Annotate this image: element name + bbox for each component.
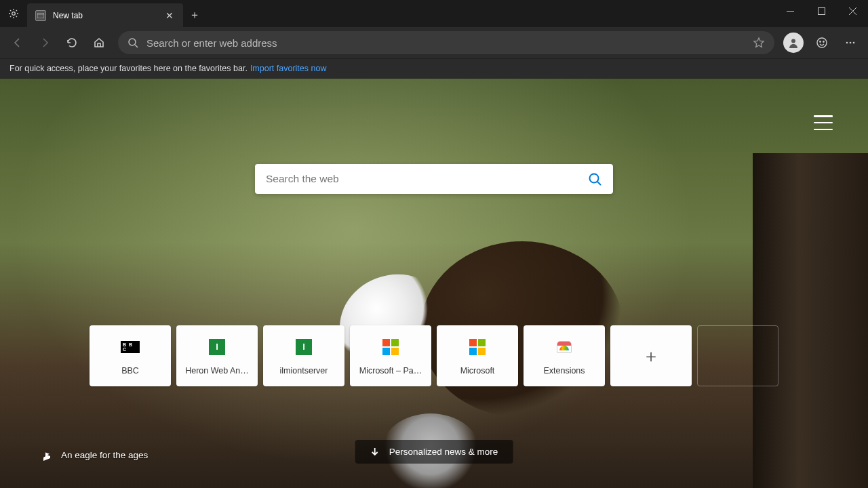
forward-button[interactable]	[33, 30, 57, 55]
maximize-button[interactable]	[806, 0, 837, 22]
quick-link-tile[interactable]: B B CBBC	[90, 325, 171, 386]
tile-icon: I	[208, 338, 226, 357]
quick-link-tile[interactable]: Extensions	[524, 325, 605, 386]
tile-label: BBC	[121, 366, 139, 375]
personalized-news-button[interactable]: Personalized news & more	[355, 440, 513, 464]
toolbar	[0, 27, 868, 58]
quick-link-tile[interactable]: Microsoft – Pa…	[350, 325, 431, 386]
quick-link-tile[interactable]: Iilmiontserver	[263, 325, 344, 386]
search-icon	[127, 37, 138, 48]
close-button[interactable]	[837, 0, 868, 22]
titlebar: New tab ✕ ＋	[0, 0, 868, 27]
back-button[interactable]	[5, 30, 30, 55]
bing-icon	[42, 449, 52, 461]
tile-icon	[468, 338, 487, 357]
addressbar-input[interactable]	[146, 37, 745, 49]
browser-tab[interactable]: New tab ✕	[27, 3, 183, 27]
svg-point-14	[850, 42, 852, 44]
tile-icon: B B C	[121, 338, 140, 357]
svg-point-12	[823, 41, 824, 42]
tab-close-button[interactable]: ✕	[164, 10, 175, 21]
arrow-down-icon	[370, 447, 380, 457]
feedback-button[interactable]	[810, 30, 834, 55]
tile-label: Extensions	[543, 366, 585, 375]
tile-label: Microsoft – Pa…	[359, 366, 422, 375]
news-button-label: Personalized news & more	[389, 447, 498, 457]
tile-icon	[381, 338, 400, 357]
profile-button[interactable]	[781, 30, 806, 55]
empty-tile-slot	[697, 325, 778, 386]
svg-point-10	[817, 38, 827, 47]
window-settings-icon[interactable]	[0, 0, 27, 27]
home-button[interactable]	[87, 30, 111, 55]
tile-icon: I	[294, 338, 313, 357]
tab-title: New tab	[53, 11, 157, 20]
tile-label: Heron Web An…	[185, 366, 249, 375]
menu-button[interactable]	[838, 30, 863, 55]
background-image	[0, 79, 868, 488]
svg-point-15	[853, 42, 855, 44]
search-icon[interactable]	[587, 171, 602, 186]
svg-point-9	[791, 39, 795, 43]
tab-favicon-icon	[35, 10, 46, 21]
svg-point-16	[590, 174, 599, 183]
svg-rect-1	[37, 13, 44, 18]
image-caption[interactable]: An eagle for the ages	[42, 449, 148, 461]
svg-point-7	[129, 39, 136, 45]
tile-label: ilmiontserver	[280, 366, 328, 375]
web-search-box[interactable]	[255, 164, 613, 194]
svg-point-13	[846, 42, 848, 44]
tile-icon	[555, 338, 574, 357]
svg-point-0	[12, 12, 16, 16]
tile-label: Microsoft	[460, 366, 495, 375]
new-tab-page: B B CBBCIHeron Web An…IilmiontserverMicr…	[0, 79, 868, 488]
image-caption-text: An eagle for the ages	[61, 450, 148, 460]
quick-link-tile[interactable]: IHeron Web An…	[176, 325, 258, 386]
add-tile-button[interactable]: ＋	[610, 325, 692, 386]
refresh-button[interactable]	[60, 30, 84, 55]
quick-link-tile[interactable]: Microsoft	[437, 325, 518, 386]
minimize-button[interactable]	[774, 0, 806, 22]
page-settings-button[interactable]	[814, 115, 833, 130]
svg-rect-4	[818, 7, 825, 14]
window-controls	[774, 0, 868, 27]
favorite-star-icon[interactable]	[753, 37, 765, 49]
svg-line-8	[135, 45, 138, 47]
favorites-bar: For quick access, place your favorites h…	[0, 58, 868, 79]
svg-point-11	[820, 41, 821, 42]
favorites-bar-text: For quick access, place your favorites h…	[9, 64, 248, 73]
web-search-input[interactable]	[266, 173, 587, 185]
quick-links: B B CBBCIHeron Web An…IilmiontserverMicr…	[90, 325, 778, 386]
import-favorites-link[interactable]: Import favorites now	[250, 64, 327, 73]
svg-line-17	[597, 182, 601, 185]
addressbar[interactable]	[118, 31, 774, 54]
plus-icon: ＋	[642, 344, 660, 368]
new-tab-button[interactable]: ＋	[183, 3, 206, 27]
